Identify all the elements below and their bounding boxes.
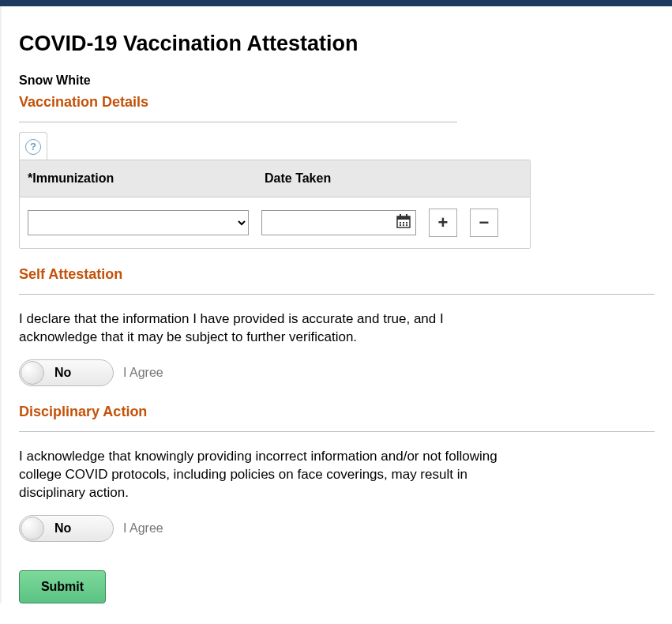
minus-icon: − <box>479 212 490 233</box>
disciplinary-heading: Disciplinary Action <box>19 404 655 423</box>
add-row-button[interactable]: + <box>429 209 457 237</box>
self-attestation-text: I declare that the information I have pr… <box>19 310 524 347</box>
divider <box>19 294 655 295</box>
immunization-select[interactable] <box>28 210 249 235</box>
disciplinary-toggle[interactable]: No <box>19 515 114 542</box>
date-field-wrap <box>261 210 416 235</box>
disciplinary-toggle-row: No I Agree <box>19 515 655 542</box>
toggle-ext-label: I Agree <box>123 366 163 380</box>
submit-button[interactable]: Submit <box>19 570 106 603</box>
help-button[interactable]: ? <box>19 132 47 160</box>
top-bar <box>0 0 672 6</box>
toggle-knob <box>21 361 44 385</box>
col-date-taken: Date Taken <box>265 171 331 186</box>
self-attestation-heading: Self Attestation <box>19 266 655 286</box>
col-immunization: *Immunization <box>28 171 265 186</box>
svg-rect-9 <box>406 224 407 226</box>
vaccination-section: Vaccination Details ? *Immunization Date… <box>19 94 655 249</box>
disciplinary-section: Disciplinary Action I acknowledge that k… <box>19 404 655 542</box>
divider <box>19 122 457 122</box>
calendar-icon[interactable] <box>396 213 411 232</box>
svg-rect-1 <box>397 216 410 220</box>
page-title: COVID-19 Vaccination Attestation <box>19 32 655 56</box>
divider <box>19 431 655 432</box>
vaccination-table: *Immunization Date Taken <box>19 160 531 249</box>
help-icon: ? <box>25 139 41 155</box>
self-attestation-toggle[interactable]: No <box>19 359 114 386</box>
svg-rect-3 <box>406 214 407 218</box>
self-attestation-section: Self Attestation I declare that the info… <box>19 266 655 386</box>
svg-rect-2 <box>400 214 401 218</box>
date-taken-input[interactable] <box>261 210 416 235</box>
svg-rect-7 <box>400 224 401 226</box>
toggle-knob <box>21 517 44 540</box>
table-row: + − <box>20 197 530 248</box>
svg-rect-4 <box>400 222 401 224</box>
disciplinary-text: I acknowledge that knowingly providing i… <box>19 448 524 502</box>
svg-rect-5 <box>403 222 404 224</box>
plus-icon: + <box>438 212 449 233</box>
table-header: *Immunization Date Taken <box>20 160 530 197</box>
page-content: COVID-19 Vaccination Attestation Snow Wh… <box>0 6 672 603</box>
svg-rect-8 <box>403 224 404 226</box>
self-attestation-toggle-row: No I Agree <box>19 359 655 386</box>
user-name: Snow White <box>19 73 655 88</box>
toggle-value: No <box>54 366 71 380</box>
remove-row-button[interactable]: − <box>470 209 498 237</box>
vaccination-heading: Vaccination Details <box>19 94 655 114</box>
svg-rect-6 <box>406 222 407 224</box>
toggle-value: No <box>54 521 71 536</box>
toggle-ext-label: I Agree <box>123 521 163 536</box>
